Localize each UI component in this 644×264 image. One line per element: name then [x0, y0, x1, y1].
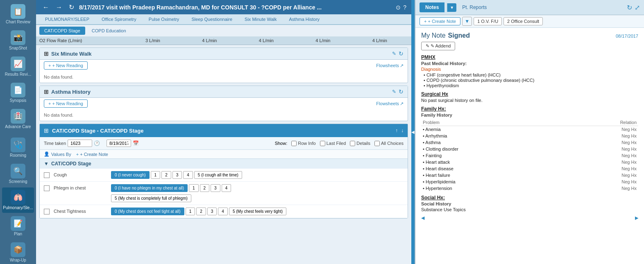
sidebar-item-plan[interactable]: 📝 Plan [2, 214, 34, 239]
subtab-catcopd-stage[interactable]: CAT/COPD Stage [39, 27, 85, 35]
sidebar-item-label: Chart Review [6, 20, 30, 25]
chest-tightness-checkbox[interactable] [44, 209, 50, 214]
wrapup-icon: 📦 [11, 242, 25, 257]
cough-opt-5[interactable]: 5 (I cough all the time) [194, 171, 242, 179]
collapse-icon[interactable]: ▼ [44, 161, 49, 167]
table-icon-smw: ⊞ [44, 50, 49, 57]
tab-pulmonary-sleep[interactable]: PULMONARY/SLEEP [39, 14, 95, 25]
sidebar-item-results[interactable]: 📈 Results Revi... [2, 54, 34, 79]
phlegm-opt-4[interactable]: 4 [222, 184, 231, 192]
tab-office-spirometry[interactable]: Office Spirometry [96, 14, 142, 25]
sidebar-item-snapshot[interactable]: 📸 SnapShot [2, 28, 34, 53]
create-note-button[interactable]: + + Create Note [420, 17, 460, 25]
external-link-icon[interactable]: ⊙ [396, 4, 401, 11]
new-reading-btn-ah[interactable]: + + New Reading [44, 99, 88, 108]
cough-opt-4[interactable]: 4 [183, 171, 193, 179]
table-icon-ah: ⊞ [44, 88, 49, 95]
time-taken-input[interactable] [68, 140, 92, 147]
sidebar-item-wrapup[interactable]: 📦 Wrap-Up [2, 240, 34, 264]
phlegm-label: Phlegm in chest [54, 184, 107, 190]
back-button[interactable]: ← [41, 3, 51, 12]
refresh-notes-icon[interactable]: ↻ [627, 4, 632, 11]
no-data-ah: No data found. [40, 109, 408, 121]
sidebar-label-results: Results Revi... [5, 72, 31, 77]
sidebar-item-advance-care[interactable]: 🏥 Advance Care [2, 106, 34, 132]
sort-down-icon[interactable]: ↓ [401, 128, 404, 133]
flowsheets-icon-smw: ↗ [400, 63, 404, 68]
chest-opt-2[interactable]: 2 [196, 208, 206, 215]
splitter-handle[interactable]: ◀ [411, 0, 415, 264]
phlegm-opt-2[interactable]: 2 [200, 184, 210, 192]
header-col1: 3 L/min [125, 38, 181, 43]
chest-opt-4[interactable]: 4 [218, 208, 228, 215]
note-content[interactable]: My Note Signed 08/17/2017 ✎ ✎ Addend PMH… [415, 28, 644, 264]
phlegm-opt-3[interactable]: 3 [211, 184, 220, 192]
phlegm-opt-5[interactable]: 5 (My chest is completely full of phlegm… [111, 194, 191, 202]
addend-icon: ✎ [426, 43, 429, 49]
values-by-group[interactable]: 👤 Values By [44, 151, 71, 157]
phlegm-opt-0[interactable]: 0 (I have no phlegm in my chest at all) [111, 184, 188, 192]
advance-care-icon: 🏥 [11, 109, 25, 124]
phlegm-checkbox[interactable] [44, 185, 50, 191]
new-reading-btn-smw[interactable]: + + New Reading [44, 61, 88, 70]
sidebar-item-screening[interactable]: 🔍 Screening [2, 161, 34, 187]
forward-button[interactable]: → [54, 3, 64, 12]
all-choices-checkbox[interactable] [374, 141, 380, 146]
help-icon[interactable]: ? [403, 4, 406, 11]
create-note-link[interactable]: + + Create Note [76, 152, 108, 157]
notes-tab-button[interactable]: Notes [420, 2, 444, 12]
cough-opt-2[interactable]: 2 [161, 171, 171, 179]
catcopd-header: ⊞ CAT/COPD Stage - CAT/COPD Stage ↑ ↓ [40, 124, 408, 137]
refresh-icon-ah[interactable]: ↻ [399, 88, 404, 95]
date-input[interactable] [107, 140, 131, 147]
note-my-label: My Note [421, 32, 446, 39]
family-relation-1: Neg Hx [565, 133, 638, 139]
social-hx-title: Social Hx: [421, 195, 638, 201]
scroll-left-icon[interactable]: ◀ [421, 215, 424, 221]
tab-pulse-oximetry[interactable]: Pulse Oximetry [143, 14, 185, 25]
refresh-icon-smw[interactable]: ↻ [399, 50, 404, 57]
filter-ov-fu-button[interactable]: 1 O.V. F/U [474, 17, 502, 25]
row-info-checkbox-label[interactable]: Row Info [291, 141, 315, 146]
cough-opt-0[interactable]: 0 (I never cough) [111, 171, 150, 179]
pt-reports-button[interactable]: Pt. Reports [459, 3, 490, 12]
last-filed-checkbox-label[interactable]: Last Filed [320, 141, 346, 146]
expand-notes-icon[interactable]: ⤢ [635, 4, 640, 11]
dropdown-icon-create[interactable]: ▼ [462, 17, 472, 26]
cough-opt-1[interactable]: 1 [151, 171, 161, 179]
sidebar-item-chart-review[interactable]: 📋 Chart Review [2, 2, 34, 27]
details-checkbox-label[interactable]: Details [350, 141, 370, 146]
calendar-icon: 📅 [133, 140, 139, 146]
chest-opt-0[interactable]: 0 (My chest does not feel tight at all) [111, 208, 184, 215]
all-choices-checkbox-label[interactable]: All Choices [374, 141, 404, 146]
addend-button[interactable]: ✎ ✎ Addend [421, 42, 455, 50]
content-scroll[interactable]: ⊞ Six Minute Walk ✎ ↻ + + New Reading Fl… [36, 45, 411, 264]
sidebar-item-rooming[interactable]: 🩺 Rooming [2, 135, 34, 160]
tab-asthma-history[interactable]: Asthma History [283, 14, 326, 25]
subtab-copd-education[interactable]: COPD Education [87, 27, 131, 35]
sidebar-item-synopsis[interactable]: 📄 Synopsis [2, 80, 34, 106]
tab-sleep-questionnaire[interactable]: Sleep Questionnaire [186, 14, 238, 25]
page-title: 8/17/2017 visit with Pradeep Ramachandra… [79, 4, 392, 11]
phlegm-opt-1[interactable]: 1 [189, 184, 199, 192]
edit-icon-ah[interactable]: ✎ [392, 89, 396, 95]
chest-opt-5[interactable]: 5 (My chest feels very tight) [229, 208, 286, 215]
tab-six-minute-walk[interactable]: Six Minute Walk [239, 14, 282, 25]
cough-opt-3[interactable]: 3 [172, 171, 182, 179]
sort-up-icon[interactable]: ↑ [395, 128, 398, 133]
edit-icon-smw[interactable]: ✎ [392, 51, 396, 56]
filter-office-consult-button[interactable]: 2 Office Consult [503, 17, 543, 25]
sidebar-item-pulmonary[interactable]: 🫁 Pulmonary/Sle... [2, 187, 34, 213]
chest-opt-1[interactable]: 1 [186, 208, 195, 215]
home-button[interactable]: ↻ [67, 2, 76, 12]
row-info-checkbox[interactable] [291, 141, 297, 146]
notes-tab-dropdown[interactable]: ▼ [447, 3, 456, 12]
section-actions-ah: ↻ [399, 88, 404, 95]
flowsheets-link-ah[interactable]: Flowsheets ↗ [376, 101, 404, 106]
cough-checkbox[interactable] [44, 172, 50, 178]
details-checkbox[interactable] [350, 141, 355, 146]
flowsheets-link-smw[interactable]: Flowsheets ↗ [376, 63, 404, 68]
last-filed-checkbox[interactable] [320, 141, 325, 146]
chest-opt-3[interactable]: 3 [207, 208, 217, 215]
scroll-right-icon[interactable]: ▶ [635, 215, 638, 221]
